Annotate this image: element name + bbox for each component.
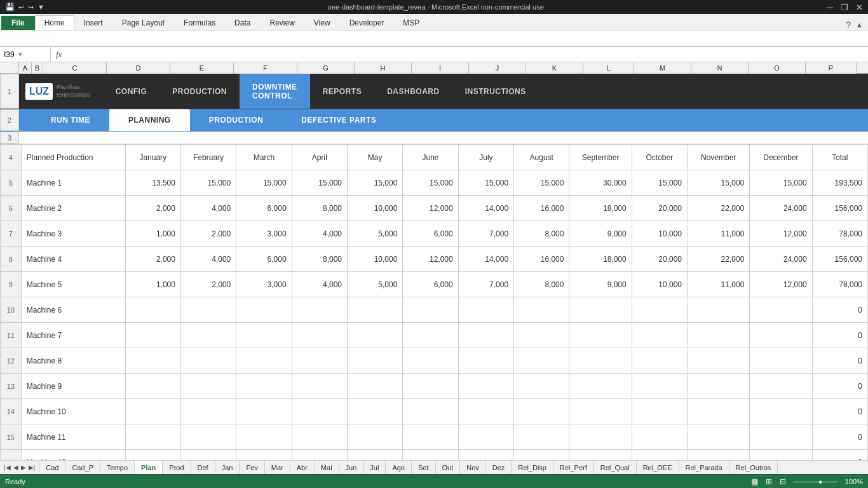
cell-dec[interactable] xyxy=(750,399,812,424)
col-i[interactable]: I xyxy=(412,62,469,74)
sheet-tab-cad_p[interactable]: Cad_P xyxy=(65,461,100,475)
cell-oct[interactable] xyxy=(632,374,687,399)
cell-aug[interactable] xyxy=(514,297,569,323)
cell-apr[interactable]: 8,000 xyxy=(292,196,347,221)
tab-formulas[interactable]: Formulas xyxy=(174,15,225,30)
cell-dec[interactable] xyxy=(750,374,812,399)
cell-dec[interactable]: 12,000 xyxy=(750,272,812,297)
tab-page-layout[interactable]: Page Layout xyxy=(112,15,174,30)
sheet-tab-set[interactable]: Set xyxy=(412,461,436,475)
cell-apr[interactable]: 15,000 xyxy=(292,170,347,196)
cell-jun[interactable] xyxy=(403,424,458,450)
cell-aug[interactable]: 16,000 xyxy=(514,196,569,221)
table-row[interactable]: 16 Machine 12 0 xyxy=(1,450,868,461)
cell-jun[interactable]: 12,000 xyxy=(403,247,458,272)
cell-jul[interactable]: 14,000 xyxy=(458,196,513,221)
cell-mar[interactable]: 3,000 xyxy=(236,272,292,297)
cell-jan[interactable] xyxy=(125,323,180,348)
table-row[interactable]: 11 Machine 7 0 xyxy=(1,323,868,348)
restore-button[interactable]: ❐ xyxy=(841,3,848,12)
cell-jun[interactable] xyxy=(403,374,458,399)
cell-jul[interactable]: 7,000 xyxy=(458,221,513,247)
cell-apr[interactable]: 4,000 xyxy=(292,272,347,297)
cell-oct[interactable] xyxy=(632,399,687,424)
cell-oct[interactable]: 20,000 xyxy=(632,247,687,272)
cell-jun[interactable] xyxy=(403,450,458,461)
help-icon[interactable]: ? xyxy=(846,20,851,30)
sub-nav-production[interactable]: PRODUCTION xyxy=(190,109,283,131)
cell-dec[interactable]: 24,000 xyxy=(750,247,812,272)
close-button[interactable]: ✕ xyxy=(856,3,863,12)
cell-jun[interactable]: 12,000 xyxy=(403,196,458,221)
cell-dec[interactable] xyxy=(750,323,812,348)
cell-feb[interactable] xyxy=(180,323,236,348)
sheet-tab-dez[interactable]: Dez xyxy=(486,461,512,475)
cell-dec[interactable]: 12,000 xyxy=(750,221,812,247)
page-layout-icon[interactable]: ⊞ xyxy=(766,477,772,486)
cell-dec[interactable] xyxy=(750,297,812,323)
col-g[interactable]: G xyxy=(297,62,355,74)
cell-nov[interactable]: 15,000 xyxy=(688,170,750,196)
cell-sep[interactable] xyxy=(569,348,632,374)
redo-icon[interactable]: ↪ xyxy=(28,3,34,11)
tab-insert[interactable]: Insert xyxy=(74,15,112,30)
cell-oct[interactable] xyxy=(632,297,687,323)
sheet-tab-rel_qual[interactable]: Rel_Qual xyxy=(594,461,637,475)
cell-nov[interactable] xyxy=(688,450,750,461)
cell-feb[interactable]: 4,000 xyxy=(180,247,236,272)
cell-jan[interactable]: 2,000 xyxy=(125,247,180,272)
cell-sep[interactable] xyxy=(569,399,632,424)
cell-may[interactable]: 5,000 xyxy=(347,272,402,297)
cell-dec[interactable]: 15,000 xyxy=(750,170,812,196)
col-h[interactable]: H xyxy=(355,62,412,74)
sheet-tab-mai[interactable]: Mai xyxy=(315,461,339,475)
cell-jan[interactable]: 1,000 xyxy=(125,221,180,247)
cell-mar[interactable]: 6,000 xyxy=(236,196,292,221)
nav-instructions[interactable]: INSTRUCTIONS xyxy=(452,74,539,109)
cell-jul[interactable] xyxy=(458,450,513,461)
cell-sep[interactable] xyxy=(569,450,632,461)
sheet-tab-tempo[interactable]: Tempo xyxy=(100,461,135,475)
cell-sep[interactable] xyxy=(569,374,632,399)
cell-jul[interactable]: 15,000 xyxy=(458,170,513,196)
sheet-tab-rel_oee[interactable]: Rel_OEE xyxy=(637,461,679,475)
cell-may[interactable]: 10,000 xyxy=(347,247,402,272)
cell-dec[interactable] xyxy=(750,450,812,461)
sheet-nav[interactable]: |◀ ◀ ▶ ▶| xyxy=(0,461,39,475)
cell-nov[interactable] xyxy=(688,399,750,424)
tab-home[interactable]: Home xyxy=(35,15,74,30)
sheet-nav-prev[interactable]: ◀ xyxy=(12,464,20,471)
nav-production[interactable]: PRODUCTION xyxy=(159,74,240,109)
cell-oct[interactable]: 10,000 xyxy=(632,221,687,247)
cell-dec[interactable] xyxy=(750,348,812,374)
cell-nov[interactable] xyxy=(688,297,750,323)
cell-jun[interactable] xyxy=(403,399,458,424)
cell-oct[interactable]: 10,000 xyxy=(632,272,687,297)
page-break-icon[interactable]: ⊟ xyxy=(780,477,786,486)
cell-may[interactable]: 15,000 xyxy=(347,170,402,196)
cell-apr[interactable]: 8,000 xyxy=(292,247,347,272)
sheet-tab-rel_perf[interactable]: Rel_Perf xyxy=(553,461,594,475)
cell-nov[interactable]: 22,000 xyxy=(688,247,750,272)
cell-jun[interactable] xyxy=(403,348,458,374)
col-p[interactable]: P xyxy=(806,62,857,74)
sheet-tab-jul[interactable]: Jul xyxy=(363,461,386,475)
cell-oct[interactable] xyxy=(632,323,687,348)
cell-aug[interactable]: 8,000 xyxy=(514,221,569,247)
cell-nov[interactable] xyxy=(688,374,750,399)
cell-oct[interactable] xyxy=(632,424,687,450)
nav-dashboard[interactable]: DASHBOARD xyxy=(374,74,452,109)
tab-developer[interactable]: Developer xyxy=(340,15,394,30)
cell-jun[interactable] xyxy=(403,297,458,323)
tab-file[interactable]: File xyxy=(1,16,35,30)
cell-jan[interactable] xyxy=(125,348,180,374)
table-row[interactable]: 15 Machine 11 0 xyxy=(1,424,868,450)
cell-feb[interactable] xyxy=(180,297,236,323)
undo-icon[interactable]: ↩ xyxy=(18,3,24,11)
cell-aug[interactable] xyxy=(514,424,569,450)
sheet-tab-mar[interactable]: Mar xyxy=(265,461,290,475)
table-row[interactable]: 7 Machine 3 1,000 2,000 3,000 4,000 5,00… xyxy=(1,221,868,247)
cell-feb[interactable] xyxy=(180,450,236,461)
cell-apr[interactable] xyxy=(292,374,347,399)
cell-mar[interactable]: 15,000 xyxy=(236,170,292,196)
